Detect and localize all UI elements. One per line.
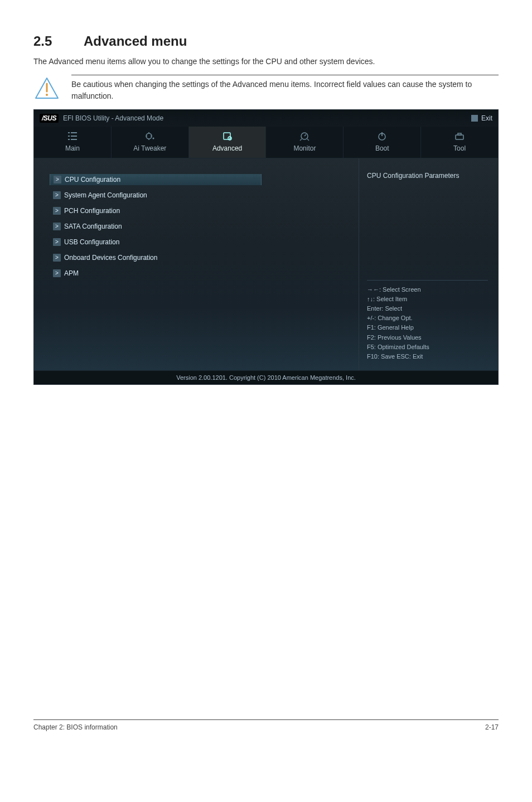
warning-icon [33, 75, 60, 102]
svg-rect-18 [458, 133, 461, 135]
menu-cpu-configuration[interactable]: > CPU Configuration [50, 174, 262, 185]
menu-item-label: PCH Configuration [64, 207, 120, 215]
menu-onboard-devices-configuration[interactable]: > Onboard Devices Configuration [50, 252, 161, 263]
svg-rect-7 [68, 139, 70, 140]
tab-main[interactable]: Main [34, 127, 112, 158]
svg-point-13 [229, 138, 230, 139]
menu-pch-configuration[interactable]: > PCH Configuration [50, 205, 123, 216]
exit-icon [471, 115, 478, 122]
help-line: F5: Optimized Defaults [367, 342, 488, 352]
tab-label: Advanced [212, 144, 242, 152]
tab-label: Boot [375, 144, 389, 152]
tweaker-icon [112, 131, 188, 142]
chevron-right-icon: > [53, 269, 61, 277]
section-title: Advanced menu [84, 33, 187, 49]
svg-rect-3 [68, 132, 70, 133]
menu-item-label: SATA Configuration [64, 223, 122, 230]
tab-label: Monitor [293, 144, 316, 152]
section-intro: The Advanced menu items allow you to cha… [33, 56, 499, 67]
chevron-right-icon: > [53, 191, 61, 199]
section-heading: 2.5Advanced menu [33, 33, 499, 49]
tab-ai-tweaker[interactable]: Ai Tweaker [112, 127, 189, 158]
svg-rect-6 [71, 136, 77, 137]
bios-screenshot: /SUS EFI BIOS Utility - Advanced Mode Ex… [33, 109, 499, 384]
tab-label: Tool [453, 144, 466, 152]
help-line: ↑↓: Select Item [367, 294, 488, 304]
section-number: 2.5 [33, 33, 84, 49]
help-line: Enter: Select [367, 304, 488, 313]
bios-footer: Version 2.00.1201. Copyright (C) 2010 Am… [34, 370, 498, 384]
svg-rect-8 [71, 139, 77, 140]
bios-tab-bar: Main Ai Tweaker Advanced Monitor [34, 127, 498, 158]
advanced-icon [189, 131, 266, 142]
svg-rect-17 [456, 135, 463, 139]
menu-apm[interactable]: > APM [50, 268, 82, 279]
bios-titlebar: /SUS EFI BIOS Utility - Advanced Mode Ex… [34, 110, 498, 127]
menu-system-agent-configuration[interactable]: > System Agent Configuration [50, 190, 151, 201]
tab-advanced[interactable]: Advanced [189, 127, 267, 158]
menu-item-label: APM [64, 269, 79, 277]
help-line: →←: Select Screen [367, 285, 488, 294]
tab-label: Main [65, 144, 80, 152]
chevron-right-icon: > [54, 176, 61, 183]
chevron-right-icon: > [53, 207, 61, 215]
tab-boot[interactable]: Boot [344, 127, 421, 158]
svg-rect-4 [71, 132, 77, 133]
menu-item-label: System Agent Configuration [64, 191, 147, 199]
menu-item-label: CPU Configuration [65, 176, 120, 183]
power-icon [344, 131, 420, 142]
svg-point-2 [46, 94, 48, 96]
monitor-icon [266, 131, 343, 142]
bios-sidebar: CPU Configuration Parameters →←: Select … [359, 158, 498, 370]
bios-help-text: →←: Select Screen ↑↓: Select Item Enter:… [367, 285, 488, 361]
warning-text: Be cautious when changing the settings o… [71, 79, 499, 102]
chevron-right-icon: > [53, 254, 61, 262]
chevron-right-icon: > [53, 223, 61, 230]
bios-window-title: EFI BIOS Utility - Advanced Mode [63, 114, 163, 122]
bios-logo: /SUS [40, 114, 59, 123]
menu-item-label: USB Configuration [64, 238, 119, 246]
help-line: F1: General Help [367, 323, 488, 332]
menu-usb-configuration[interactable]: > USB Configuration [50, 236, 123, 248]
help-line: F10: Save ESC: Exit [367, 352, 488, 361]
tab-monitor[interactable]: Monitor [266, 127, 344, 158]
svg-rect-5 [68, 136, 70, 137]
menu-item-label: Onboard Devices Configuration [64, 254, 157, 262]
toolbox-icon [421, 131, 498, 142]
exit-button[interactable]: Exit [471, 114, 492, 122]
menu-sata-configuration[interactable]: > SATA Configuration [50, 221, 125, 232]
list-icon [34, 131, 111, 142]
tab-tool[interactable]: Tool [421, 127, 498, 158]
footer-right: 2-17 [485, 723, 499, 731]
help-line: F2: Previous Values [367, 333, 488, 342]
warning-callout: Be cautious when changing the settings o… [33, 75, 499, 102]
exit-label: Exit [481, 114, 492, 122]
footer-left: Chapter 2: BIOS information [33, 723, 118, 731]
help-line: +/-: Change Opt. [367, 313, 488, 323]
svg-point-10 [152, 138, 154, 139]
page-footer: Chapter 2: BIOS information 2-17 [33, 719, 499, 731]
tab-label: Ai Tweaker [133, 144, 166, 152]
sidebar-title: CPU Configuration Parameters [367, 172, 488, 180]
chevron-right-icon: > [53, 238, 61, 246]
